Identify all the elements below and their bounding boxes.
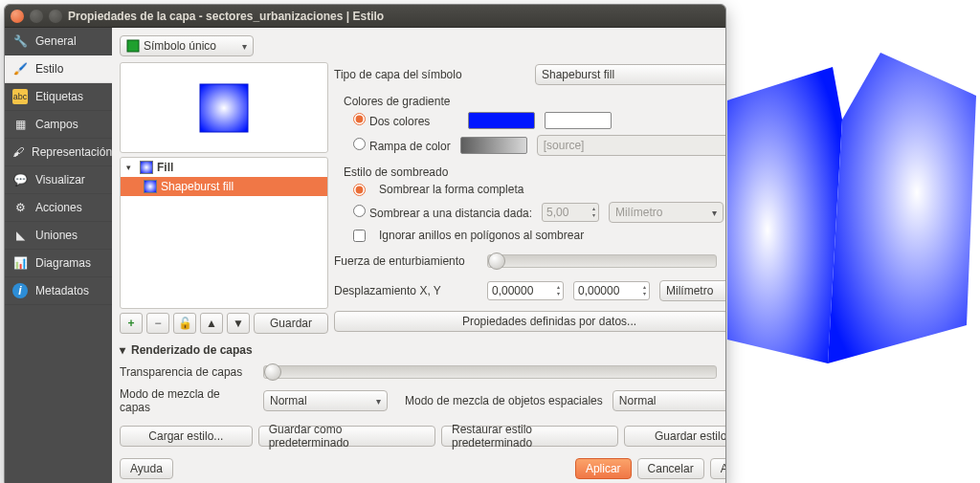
- window-title: Propiedades de la capa - sectores_urbani…: [68, 10, 384, 23]
- data-defined-button[interactable]: Propiedades definidas por datos...: [334, 311, 726, 332]
- cancel-button[interactable]: Cancelar: [637, 458, 704, 479]
- symbol-renderer-combo[interactable]: Símbolo único: [120, 35, 254, 56]
- info-icon: i: [12, 283, 28, 298]
- sidebar-item-joins[interactable]: ◣Uniones: [5, 222, 112, 250]
- fill-swatch-icon: [140, 161, 153, 174]
- color-ramp-swatch[interactable]: [460, 137, 527, 154]
- caret-down-icon: ▾: [126, 163, 136, 172]
- symbol-layer-type-label: Tipo de capa del símbolo: [334, 68, 525, 81]
- layer-rendering-header[interactable]: ▾ Renderizado de capas: [120, 343, 726, 357]
- caret-down-icon: ▾: [120, 343, 125, 357]
- sidebar-item-rendering[interactable]: 🖌Representación: [5, 139, 112, 166]
- layer-blend-label: Modo de mezcla de capas: [120, 387, 254, 414]
- offset-x-spin[interactable]: 0,00000: [487, 281, 564, 300]
- sidebar-item-general[interactable]: 🔧General: [5, 28, 112, 55]
- titlebar: Propiedades de la capa - sectores_urbani…: [5, 5, 725, 28]
- feature-blend-combo[interactable]: Normal: [612, 390, 726, 411]
- shade-distance-unit-combo[interactable]: Milímetro: [609, 202, 724, 223]
- symbol-layer-type-combo[interactable]: Shapeburst fill: [535, 64, 726, 85]
- svg-marker-3: [828, 53, 976, 363]
- symbol-layer-tree[interactable]: ▾ Fill Shapeburst fill: [120, 157, 328, 309]
- transparency-slider[interactable]: [263, 365, 717, 379]
- apply-button[interactable]: Aplicar: [575, 458, 632, 479]
- chevron-down-icon: ▼: [233, 317, 244, 330]
- gradient-colors-label: Colores de gradiente: [344, 95, 726, 108]
- move-up-button[interactable]: ▲: [200, 313, 223, 334]
- feature-blend-label: Modo de mezcla de objetos espaciales: [405, 394, 603, 407]
- join-icon: ◣: [12, 228, 28, 243]
- shapeburst-swatch-icon: [144, 180, 157, 193]
- paint-icon: 🖌: [12, 144, 24, 160]
- shade-distance-radio[interactable]: Sombrear a una distancia dada:: [353, 205, 532, 220]
- sidebar-item-display[interactable]: 💬Visualizar: [5, 166, 112, 194]
- ok-button[interactable]: Aceptar: [710, 458, 726, 479]
- lock-button[interactable]: 🔓: [173, 313, 196, 334]
- add-layer-button[interactable]: +: [120, 313, 143, 334]
- color2-swatch[interactable]: [545, 112, 612, 129]
- layer-transparency-label: Transparencia de capas: [120, 365, 254, 379]
- save-default-button[interactable]: Guardar como predeterminado: [258, 426, 435, 447]
- brush-icon: 🖌️: [12, 61, 28, 77]
- single-symbol-icon: [126, 39, 140, 53]
- slider-knob-icon: [264, 363, 281, 381]
- restore-default-button[interactable]: Restaurar estilo predeterminado: [441, 426, 618, 447]
- minimize-icon[interactable]: [30, 10, 43, 23]
- two-colors-radio[interactable]: Dos colores: [353, 113, 430, 128]
- offset-label: Desplazamiento X, Y: [334, 284, 478, 297]
- sidebar-item-style[interactable]: 🖌️Estilo: [5, 55, 112, 83]
- layer-blend-combo[interactable]: Normal: [263, 390, 388, 411]
- svg-marker-2: [727, 67, 842, 363]
- blur-label: Fuerza de enturbiamiento: [334, 254, 478, 268]
- move-down-button[interactable]: ▼: [227, 313, 250, 334]
- help-button[interactable]: Ayuda: [120, 458, 173, 479]
- tree-row-fill[interactable]: ▾ Fill: [121, 158, 327, 177]
- table-icon: ▦: [12, 117, 28, 132]
- symbol-preview: [120, 62, 328, 153]
- slider-knob-icon: [488, 252, 505, 270]
- sidebar-item-labels[interactable]: abcEtiquetas: [5, 83, 112, 111]
- offset-unit-combo[interactable]: Milímetro: [659, 280, 726, 301]
- shade-whole-radio[interactable]: Sombrear la forma completa: [353, 183, 726, 196]
- chevron-up-icon: ▲: [206, 317, 217, 330]
- shade-distance-spin[interactable]: 5,00: [542, 203, 599, 222]
- sidebar-item-actions[interactable]: ⚙Acciones: [5, 194, 112, 222]
- save-style-button[interactable]: Guardar estilo▾: [624, 426, 726, 447]
- sidebar-item-fields[interactable]: ▦Campos: [5, 111, 112, 139]
- color-ramp-radio[interactable]: Rampa de color: [353, 138, 451, 153]
- color-ramp-combo[interactable]: [source]: [537, 135, 726, 156]
- sidebar-item-metadata[interactable]: iMetadatos: [5, 277, 112, 305]
- offset-y-spin[interactable]: 0,00000: [573, 281, 650, 300]
- gear-icon: ⚙: [12, 200, 28, 215]
- sidebar: 🔧General 🖌️Estilo abcEtiquetas ▦Campos 🖌…: [5, 28, 112, 483]
- load-style-button[interactable]: Cargar estilo...: [120, 426, 253, 447]
- map-canvas-preview: [727, 43, 976, 387]
- remove-layer-button[interactable]: −: [146, 313, 169, 334]
- sidebar-item-diagrams[interactable]: 📊Diagramas: [5, 250, 112, 277]
- save-symbol-button[interactable]: Guardar: [254, 313, 328, 334]
- svg-rect-0: [127, 40, 139, 52]
- blur-slider[interactable]: [487, 254, 717, 268]
- shapeburst-preview-icon: [198, 82, 250, 134]
- tree-row-shapeburst[interactable]: Shapeburst fill: [121, 177, 327, 196]
- shade-style-label: Estilo de sombreado: [344, 165, 726, 179]
- label-icon: abc: [12, 89, 28, 104]
- color1-swatch[interactable]: [468, 112, 535, 129]
- speech-icon: 💬: [12, 172, 28, 187]
- close-icon[interactable]: [11, 10, 24, 23]
- svg-rect-1: [200, 84, 248, 132]
- maximize-icon[interactable]: [49, 10, 62, 23]
- chart-icon: 📊: [12, 255, 28, 271]
- wrench-icon: 🔧: [12, 33, 28, 49]
- layer-properties-dialog: Propiedades de la capa - sectores_urbani…: [4, 4, 726, 483]
- ignore-rings-check[interactable]: Ignorar anillos en polígonos al sombrear: [353, 229, 726, 242]
- lock-icon: 🔓: [178, 317, 192, 330]
